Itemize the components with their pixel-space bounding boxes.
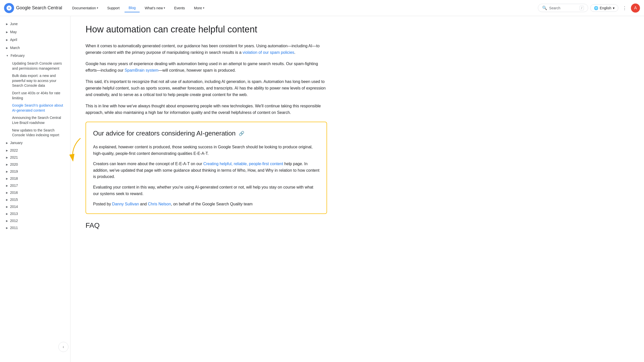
- anchor-link-icon[interactable]: 🔗: [239, 130, 244, 137]
- chevron-right-icon: ▶: [6, 177, 8, 180]
- spam-policies-link[interactable]: violation of our spam policies: [243, 50, 294, 55]
- sidebar-sub-item-2[interactable]: Don't use 403s or 404s for rate limiting: [12, 89, 70, 102]
- nav-documentation[interactable]: Documentation ▾: [68, 4, 102, 12]
- chevron-right-icon: ▶: [6, 205, 8, 208]
- sidebar-item-april[interactable]: ▶ April: [0, 36, 70, 44]
- search-label: Search: [549, 6, 560, 10]
- chevron-right-icon: ▶: [6, 163, 8, 166]
- globe-icon: 🌐: [594, 6, 598, 10]
- paragraph-2: Google has many years of experience deal…: [86, 61, 327, 73]
- sidebar-item-january[interactable]: ▶ January: [0, 139, 70, 147]
- nav-support[interactable]: Support: [103, 4, 124, 12]
- search-box[interactable]: 🔍 Search /: [538, 4, 588, 12]
- faq-heading: FAQ: [86, 220, 327, 231]
- logo[interactable]: Google Search Central: [4, 3, 62, 13]
- sidebar-item-february[interactable]: ▼ February: [0, 52, 70, 60]
- logo-text: Google Search Central: [16, 5, 62, 11]
- more-options-button[interactable]: ⋮: [620, 3, 629, 13]
- nav-links: Documentation ▾ Support Blog What's new …: [68, 4, 538, 12]
- sidebar-item-june[interactable]: ▶ June: [0, 20, 70, 28]
- chevron-down-icon-2: ▾: [164, 7, 165, 9]
- search-icon: 🔍: [542, 6, 547, 10]
- sidebar-year-2019[interactable]: ▶ 2019: [0, 168, 70, 175]
- eat-help-link[interactable]: Creating helpful, reliable, people-first…: [203, 162, 283, 166]
- page-layout: ▶ June ▶ May ▶ April ▶ March ▼ February …: [0, 16, 644, 239]
- sidebar-year-2015[interactable]: ▶ 2015: [0, 196, 70, 203]
- chevron-right-icon: ▶: [6, 22, 8, 26]
- nav-right: 🔍 Search / 🌐 English ▾ ⋮ A: [538, 3, 640, 13]
- paragraph-3: This said, it's important to recognize t…: [86, 78, 327, 98]
- nav-whats-new[interactable]: What's new ▾: [141, 4, 169, 12]
- nav-more[interactable]: More ▾: [190, 4, 208, 12]
- sidebar-year-2022[interactable]: ▶ 2022: [0, 147, 70, 154]
- sidebar-sub-item-5[interactable]: New updates to the Search Console Video …: [12, 127, 70, 139]
- sidebar-year-2016[interactable]: ▶ 2016: [0, 189, 70, 196]
- language-label: English: [600, 6, 611, 10]
- logo-icon: [4, 3, 14, 13]
- posted-by: Posted by Danny Sullivan and Chris Nelso…: [93, 201, 319, 207]
- sidebar: ▶ June ▶ May ▶ April ▶ March ▼ February …: [0, 16, 70, 239]
- chevron-down-icon: ▼: [6, 54, 9, 58]
- chevron-right-icon: ▶: [6, 141, 8, 145]
- highlight-paragraph-3: Evaluating your content in this way, whe…: [93, 184, 319, 197]
- chevron-right-icon: ▶: [6, 30, 8, 34]
- sidebar-year-2011[interactable]: ▶ 2011: [0, 224, 70, 231]
- author1-link[interactable]: Danny Sullivan: [112, 202, 139, 206]
- chevron-right-icon: ▶: [6, 198, 8, 201]
- chevron-right-icon: ▶: [6, 38, 8, 42]
- nav-events[interactable]: Events: [170, 4, 189, 12]
- chevron-right-icon: ▶: [6, 212, 8, 215]
- chevron-right-icon: ▶: [6, 156, 8, 159]
- sidebar-item-march[interactable]: ▶ March: [0, 44, 70, 52]
- chevron-right-icon: ▶: [6, 170, 8, 173]
- chevron-right-icon: ▶: [6, 219, 8, 222]
- sidebar-year-2013[interactable]: ▶ 2013: [0, 210, 70, 217]
- article-body: When it comes to automatically generated…: [86, 43, 327, 231]
- highlight-paragraph-1: As explained, however content is produce…: [93, 144, 319, 157]
- sidebar-year-2012[interactable]: ▶ 2012: [0, 217, 70, 224]
- highlight-box-title: Our advice for creators considering AI-g…: [93, 128, 319, 139]
- search-shortcut: /: [580, 6, 584, 10]
- chevron-right-icon: ▶: [6, 149, 8, 152]
- sidebar-year-2017[interactable]: ▶ 2017: [0, 182, 70, 189]
- author2-link[interactable]: Chris Nelson: [148, 202, 171, 206]
- top-navigation: Google Search Central Documentation ▾ Su…: [0, 0, 644, 16]
- chevron-down-icon: ▾: [97, 7, 98, 9]
- sidebar-sub-item-1[interactable]: Bulk data export: a new and powerful way…: [12, 72, 70, 89]
- sidebar-sub-item-3[interactable]: Google Search's guidance about AI-genera…: [12, 102, 70, 114]
- highlight-paragraph-2: Creators can learn more about the concep…: [93, 161, 319, 180]
- february-sub-items: Updating Search Console users and permis…: [0, 60, 70, 139]
- nav-blog[interactable]: Blog: [125, 4, 140, 12]
- avatar[interactable]: A: [631, 4, 640, 13]
- paragraph-4: This is in line with how we've always th…: [86, 103, 327, 116]
- sidebar-sub-item-4[interactable]: Announcing the Search Central Live Brazi…: [12, 114, 70, 126]
- sidebar-year-2018[interactable]: ▶ 2018: [0, 175, 70, 182]
- main-content: How automation can create helpful conten…: [70, 16, 342, 239]
- chevron-down-icon-3: ▾: [203, 7, 204, 9]
- sidebar-year-2020[interactable]: ▶ 2020: [0, 161, 70, 168]
- spambrain-link[interactable]: SpamBrain system: [125, 68, 158, 72]
- sidebar-year-2014[interactable]: ▶ 2014: [0, 203, 70, 210]
- language-selector[interactable]: 🌐 English ▾: [590, 4, 618, 12]
- chevron-right-icon: ▶: [6, 191, 8, 194]
- sidebar-year-2021[interactable]: ▶ 2021: [0, 154, 70, 161]
- chevron-right-icon: ▶: [6, 184, 8, 187]
- sidebar-item-may[interactable]: ▶ May: [0, 28, 70, 36]
- page-title: How automation can create helpful conten…: [86, 24, 327, 35]
- chevron-right-icon: ▶: [6, 46, 8, 50]
- sidebar-sub-item-0[interactable]: Updating Search Console users and permis…: [12, 60, 70, 72]
- highlight-box: Our advice for creators considering AI-g…: [86, 122, 327, 214]
- paragraph-1: When it comes to automatically generated…: [86, 43, 327, 56]
- chevron-down-icon-4: ▾: [613, 6, 615, 10]
- chevron-right-icon: ▶: [6, 227, 8, 229]
